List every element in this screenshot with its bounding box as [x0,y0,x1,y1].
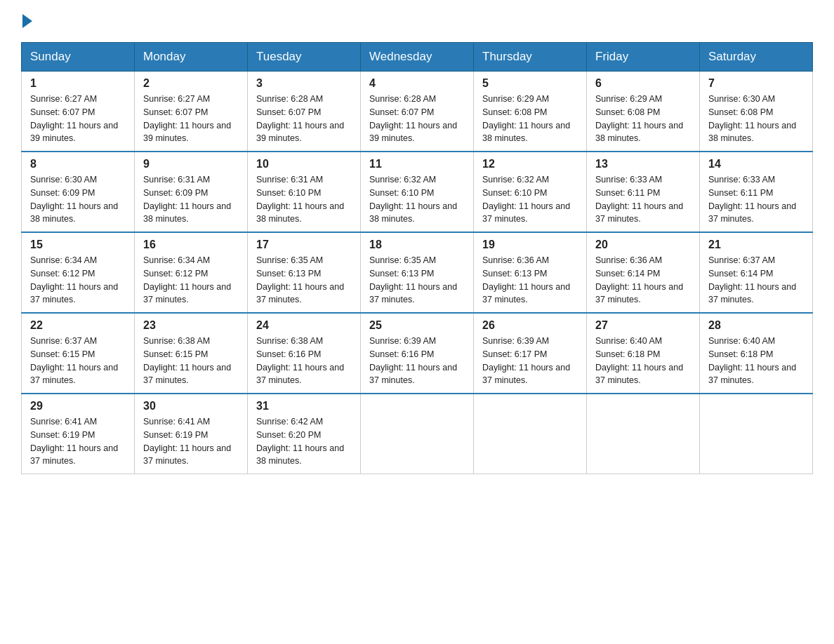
day-cell: 19Sunrise: 6:36 AMSunset: 6:13 PMDayligh… [474,232,587,313]
day-cell: 5Sunrise: 6:29 AMSunset: 6:08 PMDaylight… [474,72,587,152]
day-cell: 31Sunrise: 6:42 AMSunset: 6:20 PMDayligh… [248,394,361,474]
day-cell [587,394,700,474]
day-number: 14 [708,158,804,170]
day-info: Sunrise: 6:42 AMSunset: 6:20 PMDaylight:… [256,415,352,468]
day-info: Sunrise: 6:31 AMSunset: 6:10 PMDaylight:… [256,173,352,226]
day-number: 19 [482,239,578,251]
day-cell: 9Sunrise: 6:31 AMSunset: 6:09 PMDaylight… [135,152,248,232]
page-header [21,14,813,28]
day-cell: 6Sunrise: 6:29 AMSunset: 6:08 PMDaylight… [587,72,700,152]
day-cell: 10Sunrise: 6:31 AMSunset: 6:10 PMDayligh… [248,152,361,232]
day-number: 10 [256,158,352,170]
day-info: Sunrise: 6:38 AMSunset: 6:15 PMDaylight:… [143,335,239,387]
header-day-monday: Monday [135,43,248,72]
week-row-2: 8Sunrise: 6:30 AMSunset: 6:09 PMDaylight… [22,152,813,232]
day-number: 11 [369,158,465,170]
day-info: Sunrise: 6:30 AMSunset: 6:08 PMDaylight:… [708,93,804,145]
day-number: 3 [256,77,352,90]
day-info: Sunrise: 6:30 AMSunset: 6:09 PMDaylight:… [30,173,126,226]
day-info: Sunrise: 6:34 AMSunset: 6:12 PMDaylight:… [30,254,126,307]
day-cell: 17Sunrise: 6:35 AMSunset: 6:13 PMDayligh… [248,232,361,313]
day-info: Sunrise: 6:27 AMSunset: 6:07 PMDaylight:… [30,93,126,145]
day-cell: 28Sunrise: 6:40 AMSunset: 6:18 PMDayligh… [700,313,813,394]
day-info: Sunrise: 6:37 AMSunset: 6:15 PMDaylight:… [30,335,126,387]
day-info: Sunrise: 6:29 AMSunset: 6:08 PMDaylight:… [482,93,578,145]
week-row-3: 15Sunrise: 6:34 AMSunset: 6:12 PMDayligh… [22,232,813,313]
day-info: Sunrise: 6:39 AMSunset: 6:16 PMDaylight:… [369,335,465,387]
header-day-wednesday: Wednesday [361,43,474,72]
day-info: Sunrise: 6:36 AMSunset: 6:13 PMDaylight:… [482,254,578,307]
day-number: 25 [369,319,465,332]
day-cell [361,394,474,474]
day-cell: 30Sunrise: 6:41 AMSunset: 6:19 PMDayligh… [135,394,248,474]
day-cell: 1Sunrise: 6:27 AMSunset: 6:07 PMDaylight… [22,72,135,152]
day-info: Sunrise: 6:35 AMSunset: 6:13 PMDaylight:… [369,254,465,307]
day-number: 13 [595,158,691,170]
day-cell: 15Sunrise: 6:34 AMSunset: 6:12 PMDayligh… [22,232,135,313]
day-number: 24 [256,319,352,332]
day-cell: 25Sunrise: 6:39 AMSunset: 6:16 PMDayligh… [361,313,474,394]
day-cell: 4Sunrise: 6:28 AMSunset: 6:07 PMDaylight… [361,72,474,152]
day-number: 6 [595,77,691,90]
day-info: Sunrise: 6:33 AMSunset: 6:11 PMDaylight:… [708,173,804,226]
day-info: Sunrise: 6:31 AMSunset: 6:09 PMDaylight:… [143,173,239,226]
day-cell: 14Sunrise: 6:33 AMSunset: 6:11 PMDayligh… [700,152,813,232]
day-number: 15 [30,239,126,251]
header-day-thursday: Thursday [474,43,587,72]
week-row-4: 22Sunrise: 6:37 AMSunset: 6:15 PMDayligh… [22,313,813,394]
header-row: SundayMondayTuesdayWednesdayThursdayFrid… [22,43,813,72]
day-info: Sunrise: 6:40 AMSunset: 6:18 PMDaylight:… [595,335,691,387]
day-cell [474,394,587,474]
header-day-tuesday: Tuesday [248,43,361,72]
day-cell: 20Sunrise: 6:36 AMSunset: 6:14 PMDayligh… [587,232,700,313]
day-number: 20 [595,239,691,251]
week-row-5: 29Sunrise: 6:41 AMSunset: 6:19 PMDayligh… [22,394,813,474]
day-info: Sunrise: 6:29 AMSunset: 6:08 PMDaylight:… [595,93,691,145]
day-cell: 23Sunrise: 6:38 AMSunset: 6:15 PMDayligh… [135,313,248,394]
day-number: 7 [708,77,804,90]
header-day-saturday: Saturday [700,43,813,72]
day-number: 22 [30,319,126,332]
day-number: 9 [143,158,239,170]
day-info: Sunrise: 6:34 AMSunset: 6:12 PMDaylight:… [143,254,239,307]
day-info: Sunrise: 6:28 AMSunset: 6:07 PMDaylight:… [256,93,352,145]
day-info: Sunrise: 6:35 AMSunset: 6:13 PMDaylight:… [256,254,352,307]
day-info: Sunrise: 6:32 AMSunset: 6:10 PMDaylight:… [482,173,578,226]
day-number: 4 [369,77,465,90]
day-cell: 8Sunrise: 6:30 AMSunset: 6:09 PMDaylight… [22,152,135,232]
day-number: 16 [143,239,239,251]
day-info: Sunrise: 6:27 AMSunset: 6:07 PMDaylight:… [143,93,239,145]
day-number: 30 [143,400,239,412]
week-row-1: 1Sunrise: 6:27 AMSunset: 6:07 PMDaylight… [22,72,813,152]
day-number: 31 [256,400,352,412]
day-info: Sunrise: 6:32 AMSunset: 6:10 PMDaylight:… [369,173,465,226]
day-info: Sunrise: 6:38 AMSunset: 6:16 PMDaylight:… [256,335,352,387]
day-cell: 22Sunrise: 6:37 AMSunset: 6:15 PMDayligh… [22,313,135,394]
day-info: Sunrise: 6:39 AMSunset: 6:17 PMDaylight:… [482,335,578,387]
calendar-table: SundayMondayTuesdayWednesdayThursdayFrid… [21,42,813,474]
day-cell: 26Sunrise: 6:39 AMSunset: 6:17 PMDayligh… [474,313,587,394]
day-cell: 27Sunrise: 6:40 AMSunset: 6:18 PMDayligh… [587,313,700,394]
day-number: 27 [595,319,691,332]
day-number: 29 [30,400,126,412]
day-number: 17 [256,239,352,251]
day-cell: 2Sunrise: 6:27 AMSunset: 6:07 PMDaylight… [135,72,248,152]
day-info: Sunrise: 6:40 AMSunset: 6:18 PMDaylight:… [708,335,804,387]
day-number: 21 [708,239,804,251]
day-cell: 7Sunrise: 6:30 AMSunset: 6:08 PMDaylight… [700,72,813,152]
day-cell: 11Sunrise: 6:32 AMSunset: 6:10 PMDayligh… [361,152,474,232]
day-info: Sunrise: 6:33 AMSunset: 6:11 PMDaylight:… [595,173,691,226]
day-info: Sunrise: 6:36 AMSunset: 6:14 PMDaylight:… [595,254,691,307]
day-number: 26 [482,319,578,332]
day-cell [700,394,813,474]
logo-arrow-icon [22,14,32,28]
header-day-friday: Friday [587,43,700,72]
day-cell: 16Sunrise: 6:34 AMSunset: 6:12 PMDayligh… [135,232,248,313]
day-cell: 29Sunrise: 6:41 AMSunset: 6:19 PMDayligh… [22,394,135,474]
day-number: 12 [482,158,578,170]
day-cell: 21Sunrise: 6:37 AMSunset: 6:14 PMDayligh… [700,232,813,313]
day-number: 1 [30,77,126,90]
header-day-sunday: Sunday [22,43,135,72]
day-info: Sunrise: 6:37 AMSunset: 6:14 PMDaylight:… [708,254,804,307]
day-number: 5 [482,77,578,90]
